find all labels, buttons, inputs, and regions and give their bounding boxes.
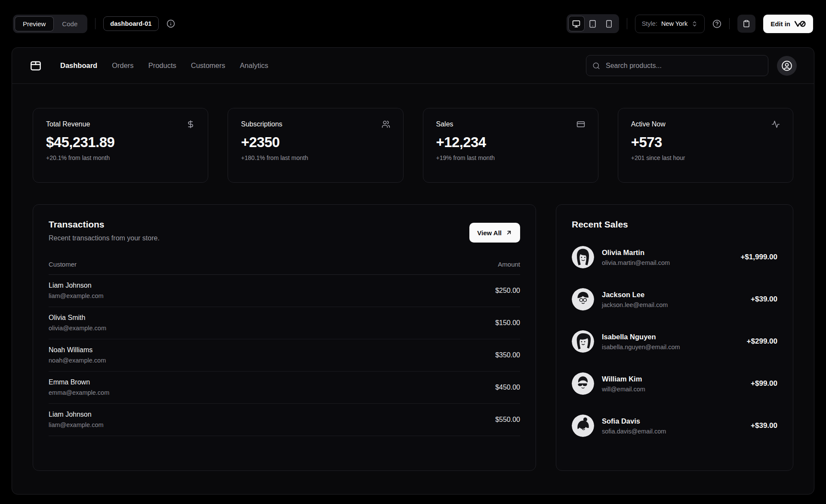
sale-amount: +$39.00 — [751, 295, 777, 304]
credit-card-icon — [576, 120, 585, 129]
stat-card-active-now: Active Now +573 +201 since last hour — [618, 108, 793, 183]
search-input[interactable] — [586, 55, 768, 76]
list-item[interactable]: Jackson Lee jackson.lee@email.com +$39.0… — [572, 288, 777, 310]
transactions-subtitle: Recent transactions from your store. — [49, 234, 160, 242]
sale-customer-email: jackson.lee@email.com — [602, 301, 668, 308]
customer-email: liam@example.com — [49, 421, 104, 428]
block-name-badge: dashboard-01 — [103, 16, 158, 31]
transaction-amount: $450.00 — [495, 384, 520, 391]
avatar — [572, 372, 594, 395]
customer-name: Emma Brown — [49, 378, 109, 386]
customer-email: emma@example.com — [49, 389, 109, 396]
transaction-amount: $550.00 — [495, 416, 520, 424]
sale-amount: +$299.00 — [747, 337, 777, 346]
nav-item-analytics[interactable]: Analytics — [240, 61, 268, 70]
nav-item-dashboard[interactable]: Dashboard — [60, 61, 97, 70]
main-nav: Dashboard Orders Products Customers Anal… — [60, 61, 268, 70]
sale-customer-name: Olivia Martin — [602, 249, 670, 257]
sale-customer-email: olivia.martin@email.com — [602, 259, 670, 266]
transaction-amount: $250.00 — [495, 287, 520, 295]
customer-name: Olivia Smith — [49, 314, 106, 322]
users-icon — [382, 120, 390, 129]
arrow-up-right-icon — [505, 229, 512, 236]
preview-tab[interactable]: Preview — [15, 16, 54, 31]
stats-row: Total Revenue $45,231.89 +20.1% from las… — [33, 108, 793, 183]
chevrons-up-down-icon — [691, 21, 698, 27]
stat-change: +201 since last hour — [631, 154, 780, 161]
customer-name: Noah Williams — [49, 346, 106, 354]
table-row[interactable]: Noah Williams noah@example.com $350.00 — [49, 339, 520, 372]
edit-in-label: Edit in — [771, 20, 790, 28]
transaction-amount: $350.00 — [495, 351, 520, 359]
view-all-label: View All — [477, 229, 502, 237]
store-logo-icon[interactable] — [29, 59, 42, 72]
table-row[interactable]: Olivia Smith olivia@example.com $150.00 — [49, 307, 520, 339]
preview-code-toggle: Preview Code — [13, 15, 87, 33]
transaction-amount: $150.00 — [495, 319, 520, 327]
code-tab[interactable]: Code — [54, 16, 86, 31]
device-toggle-group — [567, 14, 619, 33]
customer-email: noah@example.com — [49, 357, 106, 364]
avatar — [572, 330, 594, 353]
stat-card-total-revenue: Total Revenue $45,231.89 +20.1% from las… — [33, 108, 208, 183]
edit-in-v0-button[interactable]: Edit in — [763, 15, 813, 33]
nav-item-products[interactable]: Products — [148, 61, 176, 70]
view-all-button[interactable]: View All — [469, 223, 520, 243]
stat-value: +2350 — [241, 134, 390, 151]
customer-email: olivia@example.com — [49, 325, 106, 332]
list-item[interactable]: Olivia Martin olivia.martin@email.com +$… — [572, 246, 777, 268]
info-icon[interactable] — [166, 19, 175, 28]
list-item[interactable]: William Kim will@email.com +$99.00 — [572, 372, 777, 395]
nav-item-orders[interactable]: Orders — [112, 61, 133, 70]
sale-customer-email: will@email.com — [602, 386, 645, 393]
recent-sales-title: Recent Sales — [572, 219, 777, 230]
stat-title: Sales — [436, 120, 453, 128]
toolbar-divider — [729, 18, 730, 29]
top-toolbar: Preview Code dashboard-01 Style: New Yor… — [0, 0, 826, 47]
style-value: New York — [661, 20, 687, 27]
sale-customer-name: Isabella Nguyen — [602, 333, 680, 341]
toolbar-divider — [627, 18, 627, 29]
help-circle-icon[interactable] — [712, 19, 721, 28]
list-item[interactable]: Sofia Davis sofia.davis@email.com +$39.0… — [572, 415, 777, 437]
style-label: Style: — [642, 20, 657, 27]
sale-customer-email: sofia.davis@email.com — [602, 428, 666, 435]
copy-code-button-clipboard-icon[interactable] — [737, 15, 755, 33]
user-menu-button-user-circle-icon[interactable] — [777, 56, 797, 76]
customer-name: Liam Johnson — [49, 411, 104, 418]
table-row[interactable]: Liam Johnson liam@example.com $550.00 — [49, 404, 520, 436]
sale-customer-name: Sofia Davis — [602, 417, 666, 425]
sale-amount: +$99.00 — [751, 379, 777, 388]
stat-change: +20.1% from last month — [46, 154, 195, 161]
nav-item-customers[interactable]: Customers — [191, 61, 225, 70]
search-icon — [592, 62, 600, 70]
stat-value: $45,231.89 — [46, 134, 195, 151]
app-header: Dashboard Orders Products Customers Anal… — [12, 48, 814, 84]
mobile-toggle-smartphone-icon[interactable] — [601, 16, 617, 31]
avatar — [572, 246, 594, 268]
style-selector[interactable]: Style: New York — [635, 15, 705, 33]
stat-card-sales: Sales +12,234 +19% from last month — [423, 108, 598, 183]
customer-email: liam@example.com — [49, 292, 104, 299]
recent-sales-card: Recent Sales Olivia Martin olivia.martin… — [556, 204, 793, 471]
sale-amount: +$39.00 — [751, 421, 777, 430]
transactions-card: Transactions Recent transactions from yo… — [33, 204, 536, 471]
sale-customer-name: William Kim — [602, 375, 645, 383]
table-row[interactable]: Emma Brown emma@example.com $450.00 — [49, 372, 520, 404]
stat-title: Subscriptions — [241, 120, 282, 128]
avatar — [572, 415, 594, 437]
sale-customer-name: Jackson Lee — [602, 291, 668, 299]
v0-logo-icon — [794, 21, 806, 27]
tablet-toggle-tablet-icon[interactable] — [585, 16, 601, 31]
stat-card-subscriptions: Subscriptions +2350 +180.1% from last mo… — [228, 108, 403, 183]
stat-title: Total Revenue — [46, 120, 90, 128]
stat-title: Active Now — [631, 120, 666, 128]
transactions-title: Transactions — [49, 219, 160, 230]
list-item[interactable]: Isabella Nguyen isabella.nguyen@email.co… — [572, 330, 777, 353]
table-row[interactable]: Liam Johnson liam@example.com $250.00 — [49, 275, 520, 307]
column-header-customer: Customer — [49, 261, 77, 268]
desktop-toggle-monitor-icon[interactable] — [568, 16, 585, 31]
stat-value: +573 — [631, 134, 780, 151]
customer-name: Liam Johnson — [49, 282, 104, 289]
column-header-amount: Amount — [498, 261, 520, 268]
